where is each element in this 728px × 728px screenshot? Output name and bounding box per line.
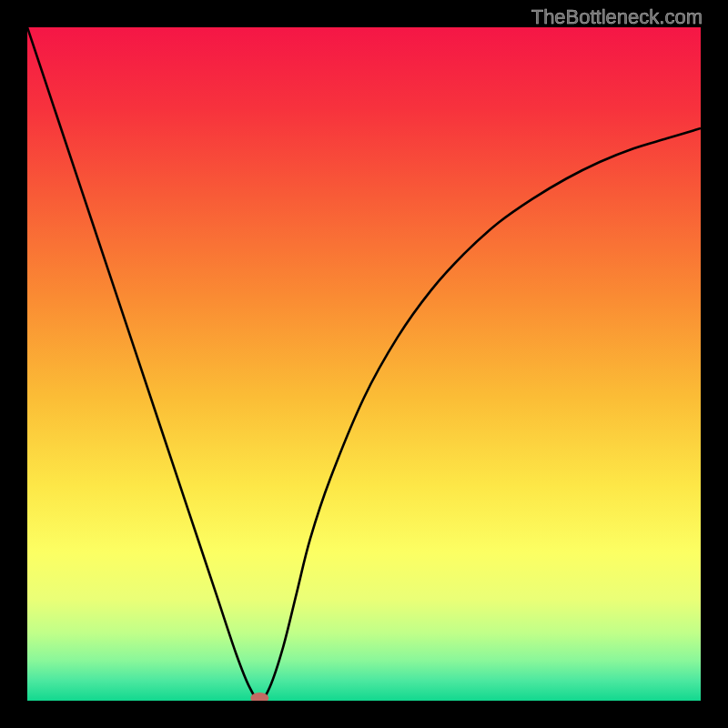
watermark-text: TheBottleneck.com	[531, 5, 703, 29]
bottleneck-curve	[27, 27, 701, 701]
chart-curve-layer	[27, 27, 701, 701]
chart-plot-area	[27, 27, 701, 701]
chart-frame: TheBottleneck.com	[0, 0, 728, 728]
